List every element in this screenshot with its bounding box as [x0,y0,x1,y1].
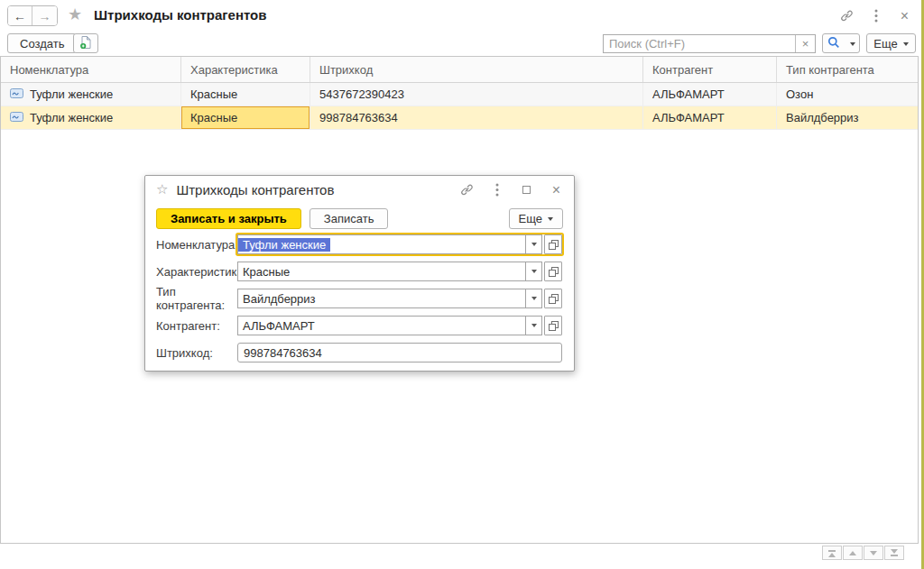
counterparty-type-open-button[interactable] [544,289,562,308]
nomenclature-dropdown-button[interactable] [526,234,542,254]
titlebar: ← → ★ Штрихкоды контрагентов × [0,0,924,29]
barcode-edit-dialog: ☆ Штрихкоды контрагентов × Записать и за… [144,175,575,372]
cell-characteristic[interactable]: Красные [181,83,310,106]
scroll-down-button[interactable] [864,546,883,560]
field-label-characteristic: Характеристика: [156,265,237,279]
app-window: ← → ★ Штрихкоды контрагентов × Создать × [0,0,924,569]
cell-counterparty-type[interactable]: Озон [777,83,917,106]
dialog-fields: Номенклатура: Туфли женские Характеристи… [156,234,562,369]
column-header-counterparty-type[interactable]: Тип контрагента [777,57,917,82]
dialog-more-button[interactable]: Еще [509,208,563,229]
dialog-button-row: Записать и закрыть Записать Еще [156,208,563,230]
nomenclature-open-button[interactable] [544,234,562,254]
cell-counterparty-type[interactable]: Вайлдберриз [777,106,917,129]
open-icon [549,321,559,331]
create-by-copy-button[interactable] [73,33,98,53]
table-row-selected[interactable]: Туфли женские Красные 998784763634 АЛЬФА… [1,106,918,130]
characteristic-combo-field: Красные [237,262,562,281]
clear-search-button[interactable]: × [795,35,815,52]
cell-counterparty[interactable]: АЛЬФАМАРТ [643,106,777,129]
more-button[interactable]: Еще [866,33,916,53]
characteristic-input[interactable]: Красные [237,262,526,281]
save-and-close-button[interactable]: Записать и закрыть [156,208,301,229]
scroll-bottom-button[interactable] [884,546,904,560]
dialog-titlebar: ☆ Штрихкоды контрагентов × [145,176,574,203]
chevron-down-icon [531,324,537,330]
open-icon [549,267,559,277]
search-icon [827,36,840,51]
scroll-top-button[interactable] [822,546,842,560]
search-input[interactable] [604,35,795,52]
scroll-up-icon [849,551,856,555]
counterparty-type-dropdown-button[interactable] [526,289,542,308]
counterparty-type-combo-field: Вайлдберриз [237,289,562,308]
cell-characteristic-active[interactable]: Красные [181,106,310,129]
forward-arrow-icon: → [39,9,51,23]
back-button[interactable]: ← [8,6,32,25]
chevron-down-icon [850,42,855,49]
column-header-counterparty[interactable]: Контрагент [643,57,777,82]
field-label-barcode: Штрихкод: [156,346,237,360]
scroll-top-icon [828,550,836,552]
open-icon [549,240,559,250]
scroll-down-icon [870,551,877,555]
nomenclature-input[interactable]: Туфли женские [237,234,526,254]
link-icon[interactable] [840,9,854,23]
page-title: Штрихкоды контрагентов [94,7,266,23]
dialog-maximize-icon[interactable] [520,183,533,197]
open-icon [549,294,559,304]
close-icon[interactable]: × [898,9,911,23]
cell-barcode[interactable]: 998784763634 [310,106,643,129]
cell-nomenclature[interactable]: Туфли женские [1,106,181,129]
characteristic-open-button[interactable] [544,262,562,281]
table-header-row: Номенклатура Характеристика Штрихкод Кон… [1,57,918,83]
barcode-text-field [237,343,562,363]
catalog-item-icon [10,111,23,124]
chevron-down-icon [531,270,537,276]
catalog-item-icon [10,87,23,101]
list-scroll-nav [822,546,904,560]
dialog-actions: × [460,183,563,197]
cell-barcode[interactable]: 5437672390423 [310,83,643,106]
cell-nomenclature[interactable]: Туфли женские [1,83,181,106]
column-header-characteristic[interactable]: Характеристика [181,57,310,82]
back-arrow-icon: ← [14,9,26,23]
counterparty-open-button[interactable] [544,316,562,335]
dialog-link-icon[interactable] [460,183,474,197]
scroll-bottom-icon [891,549,898,554]
more-dots-icon[interactable] [869,9,882,23]
save-button[interactable]: Записать [310,208,389,229]
copy-document-icon [79,35,93,52]
chevron-down-icon [531,297,537,303]
table-row[interactable]: Туфли женские Красные 5437672390423 АЛЬФ… [1,83,918,106]
chevron-down-icon [903,42,909,49]
chevron-down-icon [531,243,537,249]
characteristic-dropdown-button[interactable] [526,262,542,281]
dialog-close-icon[interactable]: × [550,183,563,197]
search-button[interactable] [822,33,860,53]
create-button[interactable]: Создать [7,33,77,53]
field-label-counterparty: Контрагент: [156,319,237,333]
counterparty-type-input[interactable]: Вайлдберриз [237,289,526,308]
scroll-up-button[interactable] [843,546,863,560]
dialog-more-dots-icon[interactable] [490,183,504,197]
cell-counterparty[interactable]: АЛЬФАМАРТ [643,83,777,106]
column-header-nomenclature[interactable]: Номенклатура [1,57,181,82]
dialog-favorite-star-icon[interactable]: ☆ [156,181,168,197]
nomenclature-combo-field: Туфли женские [237,234,562,254]
dialog-title: Штрихкоды контрагентов [176,182,334,197]
field-label-counterparty-type: Тип контрагента: [156,285,237,312]
barcode-input[interactable] [237,343,562,363]
search-field-group: × [603,34,816,53]
forward-button[interactable]: → [32,6,57,25]
counterparty-input[interactable]: АЛЬФАМАРТ [237,316,526,335]
column-header-barcode[interactable]: Штрихкод [310,57,643,82]
history-nav-group: ← → [7,5,58,26]
counterparty-dropdown-button[interactable] [526,316,542,335]
titlebar-actions: × [840,9,911,23]
counterparty-combo-field: АЛЬФАМАРТ [237,316,562,335]
chevron-down-icon [548,217,553,224]
field-label-nomenclature: Номенклатура: [156,238,237,252]
favorite-star-icon[interactable]: ★ [68,5,82,24]
